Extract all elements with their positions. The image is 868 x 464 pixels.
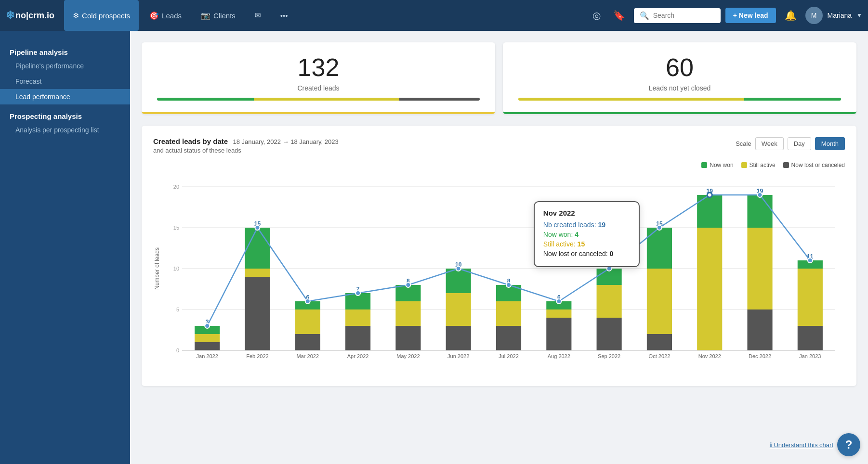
sidebar-section-pipeline: Pipeline analysis	[0, 44, 130, 58]
legend-won-label: Now won	[710, 162, 733, 168]
logo-text: no|crm.io	[15, 11, 54, 21]
new-lead-button[interactable]: + New lead	[725, 8, 776, 23]
help-button[interactable]: ?	[837, 433, 860, 456]
chart-title: Created leads by date	[153, 137, 228, 145]
legend-active-dot	[741, 162, 747, 168]
nav-tab-clients[interactable]: 📷 Clients	[192, 0, 244, 31]
sidebar-section-prospecting: Prospecting analysis	[0, 108, 130, 122]
layout: Pipeline analysis Pipeline's performance…	[0, 31, 868, 464]
user-dropdown-icon[interactable]: ▼	[856, 12, 862, 19]
chart-legend: Now won Still active Now lost or cancele…	[153, 162, 845, 168]
sidebar-item-analysis-per-list[interactable]: Analysis per prospecting list	[0, 122, 130, 138]
chart-tooltip: Nov 2022 Nb created leads: 19 Now won: 4…	[534, 201, 640, 267]
chart-header: Created leads by date 18 January, 2022 →…	[153, 137, 845, 154]
tooltip-month: Nov 2022	[543, 209, 630, 217]
tooltip-now-lost: Now lost or canceled: 0	[543, 250, 630, 258]
legend-won: Now won	[701, 162, 733, 168]
chart-section: Created leads by date 18 January, 2022 →…	[142, 126, 856, 386]
nav-tab-leads[interactable]: 🎯 Leads	[141, 0, 190, 31]
chart-date-range: 18 January, 2022 → 18 January, 2023	[233, 138, 339, 145]
nav-tab-cold-prospects-label: Cold prospects	[82, 12, 130, 20]
logo-icon: ❄	[6, 9, 14, 22]
stat-bar-created	[157, 98, 480, 101]
tooltip-still-active: Still active: 15	[543, 240, 630, 248]
chart-area: Nov 2022 Nb created leads: 19 Now won: 4…	[153, 172, 845, 374]
legend-lost: Now lost or canceled	[783, 162, 845, 168]
chart-title-block: Created leads by date 18 January, 2022 →…	[153, 137, 339, 154]
stat-label-not-closed: Leads not yet closed	[518, 84, 841, 92]
stat-card-not-closed: 60 Leads not yet closed	[503, 42, 856, 114]
scale-month-button[interactable]: Month	[815, 137, 845, 150]
nav-actions: ◎ 🔖 🔍 + New lead 🔔 M Mariana ▼	[589, 7, 862, 24]
top-nav: ❄ no|crm.io ❄ Cold prospects 🎯 Leads 📷 C…	[0, 0, 868, 31]
email-icon: ✉	[255, 11, 261, 20]
legend-active: Still active	[741, 162, 776, 168]
leads-icon: 🎯	[149, 11, 159, 20]
notification-icon[interactable]: 🔔	[781, 8, 801, 23]
nav-tab-leads-label: Leads	[162, 12, 182, 20]
nav-tab-cold-prospects[interactable]: ❄ Cold prospects	[64, 0, 139, 31]
nav-tab-email[interactable]: ✉	[246, 0, 270, 31]
understand-chart-link[interactable]: ℹ Understand this chart	[770, 441, 833, 449]
sidebar: Pipeline analysis Pipeline's performance…	[0, 31, 130, 464]
more-icon: •••	[280, 12, 288, 20]
legend-lost-label: Now lost or canceled	[791, 162, 845, 168]
search-icon: 🔍	[640, 11, 649, 20]
legend-lost-dot	[783, 162, 789, 168]
stat-value-created: 132	[157, 54, 480, 81]
lead-chart-canvas	[153, 172, 845, 374]
clients-icon: 📷	[201, 11, 210, 20]
legend-active-label: Still active	[750, 162, 776, 168]
legend-won-dot	[701, 162, 707, 168]
sidebar-item-lead-performance[interactable]: Lead performance	[0, 89, 130, 104]
stat-label-created: Created leads	[157, 84, 480, 92]
nav-tab-more[interactable]: •••	[272, 0, 297, 31]
bottom-help: ℹ Understand this chart ?	[770, 433, 860, 456]
scale-week-button[interactable]: Week	[755, 137, 784, 150]
logo: ❄ no|crm.io	[6, 9, 54, 22]
stat-bar-not-closed	[518, 98, 841, 101]
scale-day-button[interactable]: Day	[788, 137, 811, 150]
scale-controls: Scale Week Day Month	[736, 137, 845, 150]
sidebar-item-pipelines-performance[interactable]: Pipeline's performance	[0, 58, 130, 74]
stat-card-created-leads: 132 Created leads	[142, 42, 495, 114]
tooltip-now-won: Now won: 4	[543, 231, 630, 238]
bookmark-icon[interactable]: 🔖	[609, 8, 629, 23]
main-content: 132 Created leads 60 Leads not yet close…	[130, 31, 868, 464]
tooltip-nb-created: Nb created leads: 19	[543, 221, 630, 229]
stat-value-not-closed: 60	[518, 54, 841, 81]
search-box[interactable]: 🔍	[634, 8, 721, 23]
cold-prospects-icon: ❄	[73, 11, 79, 20]
avatar: M	[805, 7, 823, 24]
search-input[interactable]	[653, 12, 715, 19]
sidebar-item-forecast[interactable]: Forecast	[0, 74, 130, 89]
chart-subtitle: and actual status of these leads	[153, 147, 339, 154]
user-name[interactable]: Mariana	[828, 12, 852, 19]
stat-cards: 132 Created leads 60 Leads not yet close…	[142, 42, 856, 114]
nav-tab-clients-label: Clients	[213, 12, 236, 20]
target-icon[interactable]: ◎	[589, 8, 605, 23]
scale-label: Scale	[736, 140, 751, 147]
